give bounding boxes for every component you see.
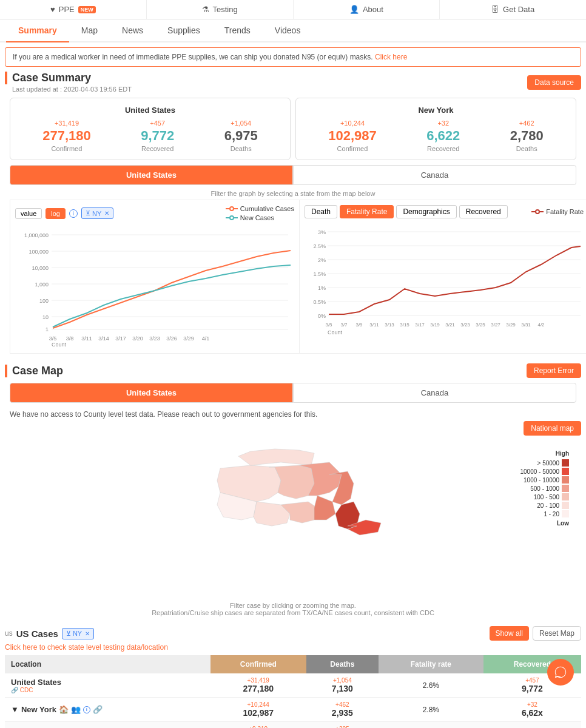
ny-confirmed: +10,244 102,987 Confirmed [328, 120, 377, 152]
legend-new: New Cases [226, 214, 294, 221]
tab-map[interactable]: Map [69, 19, 110, 41]
cases-table: Location Confirmed Deaths Fatality rate … [5, 655, 581, 728]
nav-about[interactable]: 👤 About [294, 0, 440, 19]
log-btn[interactable]: log [45, 208, 66, 219]
svg-text:0%: 0% [318, 313, 326, 319]
chat-bubble[interactable] [547, 659, 574, 686]
table-filter-tag[interactable]: ⊻ NY ✕ [62, 628, 94, 639]
alert-bar: If you are a medical worker in need of i… [5, 47, 581, 67]
tab-supplies[interactable]: Supplies [155, 19, 212, 41]
filter-tag-close[interactable]: ✕ [104, 210, 109, 217]
table-title: US Cases [16, 629, 58, 639]
svg-text:0.5%: 0.5% [313, 299, 326, 305]
legend-20: 20 - 100 [520, 502, 569, 509]
svg-text:4/1: 4/1 [202, 335, 210, 342]
report-error-button[interactable]: Report Error [527, 363, 581, 378]
us-stats-card: United States +31,419 277,180 Confirmed … [10, 98, 291, 160]
tab-summary[interactable]: Summary [6, 19, 69, 42]
alert-text: If you are a medical worker in need of i… [13, 53, 373, 61]
us-recovered-value: 9,772 [141, 128, 174, 144]
svg-point-30 [536, 210, 539, 214]
toggle-canada[interactable]: Canada [293, 165, 576, 185]
toggle-us[interactable]: United States [10, 165, 293, 185]
map-toggle-canada[interactable]: Canada [293, 383, 576, 403]
stats-row: United States +31,419 277,180 Confirmed … [10, 98, 576, 160]
reset-map-button[interactable]: Reset Map [533, 626, 581, 641]
table-row: New York +9,310 57,159 +305 1,867 3.3% 0 [5, 722, 581, 729]
svg-text:3/7: 3/7 [340, 322, 348, 328]
svg-text:1,000: 1,000 [35, 281, 49, 288]
us-confirmed: +31,419 277,180 Confirmed [42, 120, 91, 152]
svg-text:100: 100 [39, 298, 49, 304]
show-all-button[interactable]: Show all [490, 626, 529, 641]
table-title-area: us US Cases ⊻ NY ✕ [5, 628, 94, 639]
us-card-title: United States [18, 106, 283, 115]
ny-confirmed-new: +10,244 [328, 120, 377, 127]
map-toggle-us[interactable]: United States [10, 383, 293, 403]
main-navigation: Summary Map News Supplies Trends Videos [0, 19, 586, 42]
legend-20-color [562, 502, 569, 509]
legend-50000: > 50000 [520, 459, 569, 467]
col-fatality: Fatality rate [379, 655, 483, 673]
sub-label-cdc: 🔗 CDC [11, 687, 204, 693]
svg-text:3/25: 3/25 [476, 322, 485, 328]
svg-point-3 [230, 216, 234, 220]
legend-10000: 10000 - 50000 [520, 468, 569, 475]
ny-map-container[interactable]: High > 50000 10000 - 50000 1000 - 10000 [5, 438, 581, 602]
value-btn[interactable]: value [15, 208, 42, 219]
svg-text:3/27: 3/27 [491, 322, 500, 328]
cell-location-ny: ▼ New York 🏠 👥 i 🔗 [5, 698, 210, 722]
map-section-header: Case Map Report Error [5, 363, 581, 378]
nav-getdata[interactable]: 🗄 Get Data [440, 0, 586, 19]
cell-recovered-nyc: 0 [483, 722, 581, 729]
tab-fatality-rate[interactable]: Fatality Rate [340, 205, 394, 218]
ny-stats-inner: +10,244 102,987 Confirmed +32 6,622 Reco… [303, 120, 568, 152]
cell-fatality-ny: 2.8% [379, 698, 483, 722]
ny-deaths-value: 2,780 [510, 128, 544, 144]
map-left: We have no access to County level test d… [5, 408, 581, 616]
map-note1: Filter case by clicking or zooming the m… [5, 602, 581, 609]
legend-100-label: 100 - 500 [534, 494, 559, 500]
filter-close[interactable]: ✕ [85, 630, 90, 637]
expand-icon[interactable]: ▼ [11, 705, 19, 714]
testing-link[interactable]: Click here to check state level testing … [5, 643, 581, 652]
ny-deaths-label: Deaths [510, 145, 544, 152]
map-content: We have no access to County level test d… [5, 408, 581, 616]
svg-text:3/31: 3/31 [521, 322, 531, 328]
table-head: Location Confirmed Deaths Fatality rate … [5, 655, 581, 673]
svg-text:3/15: 3/15 [400, 322, 409, 328]
svg-text:1,000,000: 1,000,000 [24, 232, 49, 238]
legend-1000-color [562, 476, 569, 484]
svg-text:3/23: 3/23 [460, 322, 470, 328]
svg-marker-63 [238, 449, 314, 465]
nav-testing[interactable]: ⚗ Testing [147, 0, 294, 19]
us-stats-inner: +31,419 277,180 Confirmed +457 9,772 Rec… [18, 120, 283, 152]
tab-trends[interactable]: Trends [212, 19, 263, 41]
info-icon[interactable]: i [69, 209, 78, 218]
tab-death[interactable]: Death [305, 205, 337, 218]
ny-recovered-label: Recovered [426, 145, 460, 152]
ny-stats-card: New York +10,244 102,987 Confirmed +32 6… [295, 98, 576, 160]
tab-news[interactable]: News [110, 19, 155, 41]
link-icon[interactable]: 🔗 [93, 705, 103, 714]
us-cases-section: us US Cases ⊻ NY ✕ Show all Reset Map Cl… [5, 626, 581, 728]
tab-recovered[interactable]: Recovered [459, 205, 508, 218]
svg-text:3/21: 3/21 [445, 322, 455, 328]
chart-tabs: Death Fatality Rate Demographics Recover… [305, 205, 584, 218]
svg-text:Count: Count [328, 329, 343, 335]
legend-20-label: 20 - 100 [537, 502, 559, 509]
tab-videos[interactable]: Videos [263, 19, 313, 41]
filter-tag-ny[interactable]: ⊻ NY ✕ [81, 207, 113, 219]
us-recovered-new: +457 [141, 120, 174, 127]
nav-testing-label: Testing [213, 5, 238, 14]
tab-demographics[interactable]: Demographics [396, 205, 456, 218]
cell-confirmed-us: +31,419 277,180 [210, 673, 306, 698]
table-actions: Show all Reset Map [490, 626, 581, 641]
ny-deaths: +462 2,780 Deaths [510, 120, 544, 152]
national-map-button[interactable]: National map [524, 421, 581, 436]
nav-ppe[interactable]: ♥ PPE NEW [0, 0, 147, 19]
datasource-button[interactable]: Data source [527, 75, 581, 90]
legend-1-color [562, 510, 569, 517]
alert-link[interactable]: Click here [375, 53, 407, 61]
table-body: United States 🔗 CDC +31,419 277,180 +1,0… [5, 673, 581, 728]
